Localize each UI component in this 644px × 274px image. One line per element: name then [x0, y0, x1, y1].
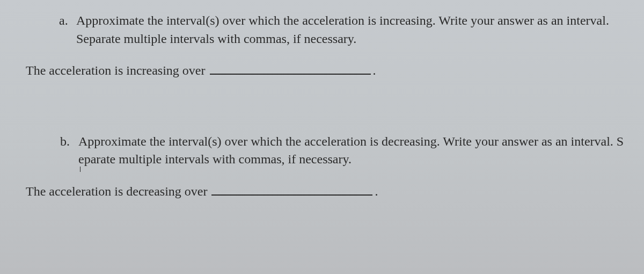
- answer-a-blank[interactable]: [210, 62, 371, 75]
- answer-a-period: .: [373, 62, 376, 80]
- answer-b-line: The acceleration is decreasing over .: [16, 183, 628, 201]
- question-b-text-block: b. Approximate the interval(s) over whic…: [16, 133, 628, 169]
- question-a: a. Approximate the interval(s) over whic…: [16, 12, 628, 80]
- question-b-label: b.: [60, 133, 70, 151]
- answer-b-prompt: The acceleration is decreasing over: [26, 183, 207, 201]
- question-a-text-block: a. Approximate the interval(s) over whic…: [16, 12, 628, 48]
- answer-b-period: .: [375, 183, 378, 201]
- question-a-label: a.: [59, 12, 68, 30]
- text-cursor-icon: e: [78, 150, 84, 169]
- answer-a-prompt: The acceleration is increasing over: [26, 62, 206, 80]
- question-a-text: Approximate the interval(s) over which t…: [76, 13, 609, 46]
- answer-b-blank[interactable]: [211, 183, 372, 196]
- question-b-text-part2: parate multiple intervals with commas, i…: [84, 152, 352, 166]
- question-b-text-part1: Approximate the interval(s) over which t…: [78, 134, 624, 148]
- question-b: b. Approximate the interval(s) over whic…: [16, 133, 628, 201]
- answer-a-line: The acceleration is increasing over .: [16, 62, 628, 80]
